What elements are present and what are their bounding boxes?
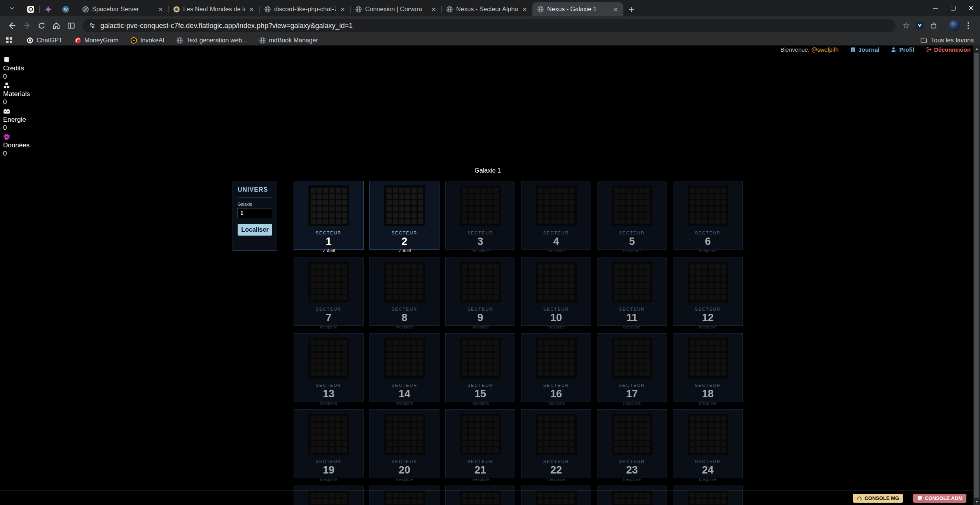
minimap-cell [563, 276, 568, 281]
scrollbar-down-arrow[interactable] [973, 498, 980, 505]
tab-close-icon[interactable]: × [430, 5, 438, 13]
minimap-cell [481, 423, 486, 428]
minimap-cell [405, 219, 410, 224]
pinned-tab-gemini[interactable] [39, 5, 57, 14]
tab-nexus-galaxie-1[interactable]: Nexus - Galaxie 1× [532, 2, 623, 16]
tab-close-icon[interactable]: × [157, 5, 164, 13]
sector-card-23[interactable]: SECTEUR23Inexploré [597, 409, 667, 478]
sector-card-16[interactable]: SECTEUR16Inexploré [521, 333, 591, 402]
bookmark-moneygram[interactable]: MoneyGram [74, 37, 119, 44]
tab-connexion-corvara[interactable]: Connexion | Corvara× [350, 2, 441, 16]
minimap-cell [626, 441, 632, 446]
tab-nexus-secteur-alpha-g1[interactable]: Nexus - Secteur Alpha [G1]× [441, 2, 532, 16]
sector-card-20[interactable]: SECTEUR20Inexploré [369, 409, 439, 478]
maximize-button[interactable] [944, 0, 962, 16]
reload-button[interactable] [34, 18, 49, 33]
profil-link[interactable]: Profil [891, 46, 914, 53]
sector-card-19[interactable]: SECTEUR19Inexploré [294, 409, 364, 478]
minimap-cell [538, 295, 543, 300]
minimize-button[interactable] [926, 0, 944, 16]
tab-discord-like-php-chat-7262-de[interactable]: discord-like-php-chat-7262.de× [259, 2, 350, 16]
sector-card-4[interactable]: SECTEUR4Inexploré [521, 181, 591, 250]
sector-card-6[interactable]: SECTEUR6Inexploré [673, 181, 743, 250]
sector-card-5[interactable]: SECTEUR5Inexploré [597, 181, 667, 250]
sector-card-2[interactable]: SECTEUR2✓ Actif [369, 181, 439, 250]
minimap-cell [411, 219, 416, 224]
logout-link[interactable]: Déconnexion [926, 46, 971, 53]
sector-card-10[interactable]: SECTEUR10Inexploré [521, 257, 591, 326]
sector-card-13[interactable]: SECTEUR13Inexploré [294, 333, 364, 402]
bookmark-mdbook-manager[interactable]: mdBook Manager [259, 37, 318, 44]
minimap-cell [475, 340, 480, 345]
minimap-cell [569, 194, 574, 199]
all-bookmarks-button[interactable]: Tous les favoris [920, 37, 974, 44]
new-tab-button[interactable]: + [623, 2, 640, 16]
sector-card-24[interactable]: SECTEUR24Inexploré [673, 409, 743, 478]
site-settings-icon[interactable] [89, 22, 96, 29]
localiser-button[interactable]: Localiser [238, 224, 272, 236]
tab-close-icon[interactable]: × [339, 5, 346, 13]
bookmark-chatgpt[interactable]: ChatGPT [26, 37, 63, 44]
extension-icon-blue[interactable] [913, 19, 927, 33]
apps-grid-icon[interactable] [6, 37, 12, 43]
url-text[interactable]: galactic-pve-conquest-c7fe.dev.flatlogic… [100, 22, 353, 30]
sector-card-7[interactable]: SECTEUR7Inexploré [294, 257, 364, 326]
minimap-cell [487, 346, 492, 351]
console-mg-button[interactable]: CONSOLE MG [853, 494, 903, 503]
minimap-cell [317, 194, 322, 199]
sector-card-9[interactable]: SECTEUR9Inexploré [445, 257, 515, 326]
sector-card-15[interactable]: SECTEUR15Inexploré [445, 333, 515, 402]
sector-card-14[interactable]: SECTEUR14Inexploré [369, 333, 439, 402]
minimap-cell [323, 346, 328, 351]
sector-card-3[interactable]: SECTEUR3Inexploré [445, 181, 515, 250]
back-button[interactable] [5, 18, 19, 33]
minimap-cell [494, 276, 499, 281]
tab-close-icon[interactable]: × [612, 5, 620, 13]
minimap-cell [469, 289, 474, 294]
sector-card-17[interactable]: SECTEUR17Inexploré [597, 333, 667, 402]
minimap-cell [633, 441, 638, 446]
minimap-cell [494, 213, 499, 218]
address-bar[interactable]: galactic-pve-conquest-c7fe.dev.flatlogic… [82, 19, 896, 32]
bookmark-text-generation-web[interactable]: Text generation web... [176, 37, 247, 44]
tab-search-button[interactable] [5, 2, 19, 15]
minimap-cell [336, 270, 341, 275]
journal-link[interactable]: Journal [850, 46, 879, 53]
bookmark-star-icon[interactable]: ☆ [900, 21, 913, 31]
scrollbar-up-arrow[interactable] [973, 45, 980, 52]
pinned-tab-wordpress[interactable]: W [57, 5, 74, 14]
bookmark-invokeai[interactable]: InvokeAI [130, 37, 164, 44]
tab-close-icon[interactable]: × [521, 5, 528, 13]
tab-close-icon[interactable]: × [248, 5, 256, 13]
close-button[interactable]: × [962, 0, 980, 16]
profile-avatar[interactable] [947, 19, 961, 33]
sector-card-22[interactable]: SECTEUR22Inexploré [521, 409, 591, 478]
sector-card-21[interactable]: SECTEUR21Inexploré [445, 409, 515, 478]
minimap-cell [418, 270, 423, 275]
minimap-cell [715, 416, 720, 421]
scrollbar-thumb[interactable] [974, 53, 979, 498]
sector-card-12[interactable]: SECTEUR12Inexploré [673, 257, 743, 326]
sector-card-18[interactable]: SECTEUR18Inexploré [673, 333, 743, 402]
minimap-cell [690, 423, 695, 428]
galaxy-input[interactable] [238, 208, 272, 218]
extensions-puzzle-icon[interactable] [927, 19, 941, 33]
minimap-cell [317, 429, 322, 434]
minimap-cell [418, 346, 423, 351]
minimap-cell [721, 206, 726, 211]
home-button[interactable] [49, 18, 64, 33]
sector-minimap [460, 414, 501, 455]
side-panel-icon[interactable] [64, 18, 79, 33]
browser-menu-icon[interactable] [961, 19, 975, 33]
sector-card-11[interactable]: SECTEUR11Inexploré [597, 257, 667, 326]
tab-spacebar-server[interactable]: Spacebar Server× [77, 2, 168, 16]
pinned-tab-chatgpt[interactable] [22, 5, 39, 14]
minimap-cell [715, 441, 720, 446]
page-scrollbar[interactable] [973, 45, 980, 505]
tab-les-neuf-mondes-de-la-mythol[interactable]: Les Neuf Mondes de la Mythol× [168, 2, 259, 16]
minimap-cell [620, 213, 625, 218]
sector-card-1[interactable]: SECTEUR1✓ Actif [294, 181, 364, 250]
forward-button[interactable] [19, 18, 34, 33]
sector-card-8[interactable]: SECTEUR8Inexploré [369, 257, 439, 326]
console-adm-button[interactable]: CONSOLE ADM [913, 494, 966, 503]
